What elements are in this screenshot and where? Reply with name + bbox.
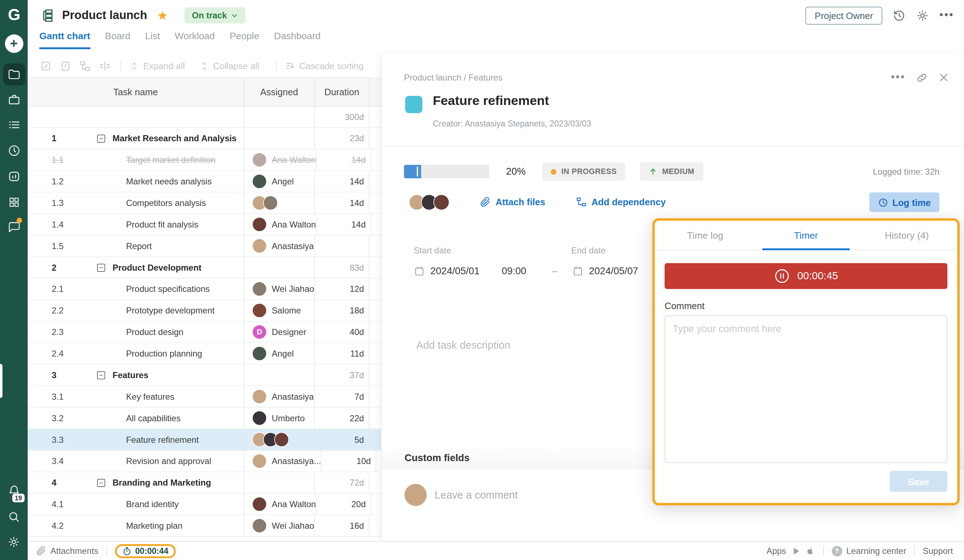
sidebar-item-time[interactable] <box>0 144 28 158</box>
progress-bar[interactable] <box>404 164 490 178</box>
table-row[interactable]: 2.1Product specificationsWei Jiahao12d <box>28 278 381 300</box>
table-row[interactable]: 3.4Revision and approvalAnastasiya...10d <box>28 451 381 472</box>
column-header-task-name[interactable]: Task name <box>28 78 244 106</box>
collapse-toggle-icon[interactable]: − <box>97 479 105 487</box>
history-icon[interactable] <box>893 9 906 22</box>
table-row[interactable]: 2−Product Development83d <box>28 257 381 278</box>
timer-comment-input[interactable] <box>664 315 948 463</box>
save-button[interactable]: Save <box>890 471 948 492</box>
column-width-icon[interactable] <box>99 60 110 72</box>
add-dependency-button[interactable]: Add dependency <box>576 197 666 207</box>
duration-cell: 23d <box>315 128 370 149</box>
tab-list[interactable]: List <box>145 31 160 47</box>
attach-files-button[interactable]: Attach files <box>480 197 545 207</box>
support-link[interactable]: Support <box>923 546 953 556</box>
avatar-ana <box>274 432 289 447</box>
more-icon[interactable]: ••• <box>940 9 954 21</box>
column-header-assigned[interactable]: Assigned <box>244 78 315 106</box>
learning-center-link[interactable]: ? Learning center <box>832 545 906 556</box>
table-row[interactable]: 3.2All capabilitiesUmberto22d <box>28 408 381 429</box>
checkbox-icon[interactable] <box>40 60 51 72</box>
start-date-field[interactable]: 2024/05/01 <box>414 265 479 277</box>
running-timer-chip[interactable]: 00:00:44 <box>115 544 176 558</box>
priority-badge[interactable]: MEDIUM <box>640 163 703 181</box>
log-time-button[interactable]: Log time <box>869 192 940 212</box>
link-icon[interactable] <box>916 72 928 83</box>
attachments-button[interactable]: Attachments <box>36 546 98 556</box>
start-time-field[interactable]: 09:00 <box>502 265 526 277</box>
task-color-swatch[interactable] <box>405 96 422 113</box>
assigned-cell <box>244 472 315 493</box>
end-date-field[interactable]: 2024/05/07 <box>572 265 638 277</box>
table-row[interactable]: 4.2Marketing planWei Jiahao16d <box>28 515 381 537</box>
ganttpro-logo[interactable]: G <box>0 5 28 24</box>
collapse-toggle-icon[interactable]: − <box>97 371 105 379</box>
table-row[interactable]: 1.1Target market definitionAna Walton14d <box>28 150 381 171</box>
timer-stop-button[interactable]: 00:00:45 <box>664 263 948 289</box>
table-row[interactable]: 4.1Brand identityAna Walton20d <box>28 493 381 515</box>
task-description-placeholder[interactable]: Add task description <box>416 339 510 352</box>
assigned-cell: DDesigner <box>244 322 315 343</box>
table-row[interactable]: 2.2Prototype developmentSalome18d <box>28 300 381 322</box>
table-row[interactable]: 2.4Production planningAngel11d <box>28 343 381 365</box>
table-row[interactable]: 4−Branding and Marketing72d <box>28 472 381 494</box>
sidebar-item-apps[interactable] <box>0 196 28 208</box>
collapse-all-button[interactable]: Collapse all <box>199 61 259 70</box>
table-row[interactable]: 1.4Product fit analysisAna Walton14d <box>28 214 381 235</box>
table-row[interactable]: 3−Features37d <box>28 365 381 386</box>
assigned-cell: Umberto <box>244 408 315 428</box>
table-row[interactable]: 1−Market Research and Analysis23d <box>28 128 381 150</box>
sidebar-item-tasks[interactable] <box>0 118 28 132</box>
sidebar-item-reports[interactable] <box>0 170 28 183</box>
row-number: 2.3 <box>52 327 98 337</box>
apple-icon[interactable] <box>805 546 815 556</box>
task-name: Brand identity <box>97 499 179 509</box>
briefcase-icon <box>7 93 21 106</box>
sidebar-item-settings[interactable] <box>0 536 28 549</box>
hierarchy-icon[interactable] <box>80 60 91 72</box>
duration-cell: 14d <box>315 192 370 213</box>
gear-icon[interactable] <box>916 9 929 22</box>
table-row[interactable]: 3.1Key featuresAnastasiya7d <box>28 386 381 408</box>
timer-tab-timer[interactable]: Timer <box>756 221 857 249</box>
sidebar-item-search[interactable] <box>0 510 28 523</box>
table-row[interactable]: 300d <box>28 106 381 128</box>
task-title[interactable]: Feature refinement <box>433 93 549 108</box>
sidebar-item-portfolio[interactable] <box>0 93 28 106</box>
task-alert-icon[interactable] <box>60 60 71 72</box>
collapse-toggle-icon[interactable]: − <box>97 134 105 142</box>
column-header-duration[interactable]: Duration <box>315 78 370 106</box>
status-dropdown[interactable]: On track <box>185 8 246 23</box>
timer-tab-history-4[interactable]: History (4) <box>857 221 957 249</box>
apps-link[interactable]: Apps <box>766 546 786 556</box>
panel-more-icon[interactable]: ••• <box>891 71 906 83</box>
duration-cell: 40d <box>315 322 370 343</box>
table-row[interactable]: 1.2Market needs analysisAngel14d <box>28 171 381 193</box>
close-icon[interactable] <box>938 72 949 83</box>
table-row[interactable]: 1.5ReportAnastasiya <box>28 235 381 257</box>
table-row[interactable]: 2.3Product designDDesigner40d <box>28 322 381 343</box>
tab-people[interactable]: People <box>230 31 259 47</box>
tab-workload[interactable]: Workload <box>175 31 215 47</box>
google-play-icon[interactable] <box>791 546 801 556</box>
tab-gantt-chart[interactable]: Gantt chart <box>39 31 90 49</box>
sidebar-item-projects[interactable] <box>0 68 28 81</box>
add-button[interactable]: + <box>0 34 28 53</box>
table-row[interactable]: 1.3Competitors analysis14d <box>28 192 381 214</box>
expand-all-button[interactable]: Expand all <box>130 61 185 70</box>
favorite-star-icon[interactable]: ★ <box>157 8 168 23</box>
status-badge[interactable]: IN PROGRESS <box>542 163 625 181</box>
tab-dashboard[interactable]: Dashboard <box>274 31 321 47</box>
sidebar-item-chat[interactable] <box>0 220 28 234</box>
leave-comment-field[interactable]: Leave a comment <box>435 490 518 502</box>
collapse-toggle-icon[interactable]: − <box>97 264 105 271</box>
duration-cell: 14d <box>317 150 371 170</box>
assignee-avatars[interactable] <box>409 194 449 210</box>
row-spacer <box>370 300 381 321</box>
timer-tab-time-log[interactable]: Time log <box>655 221 756 249</box>
content: Expand all Collapse all Cascade sorting … <box>28 54 964 541</box>
tab-board[interactable]: Board <box>105 31 130 47</box>
project-owner-button[interactable]: Project Owner <box>806 7 883 24</box>
table-row[interactable]: 3.3Feature refinement5d <box>28 429 381 451</box>
cascade-sorting-button[interactable]: Cascade sorting <box>285 61 364 70</box>
